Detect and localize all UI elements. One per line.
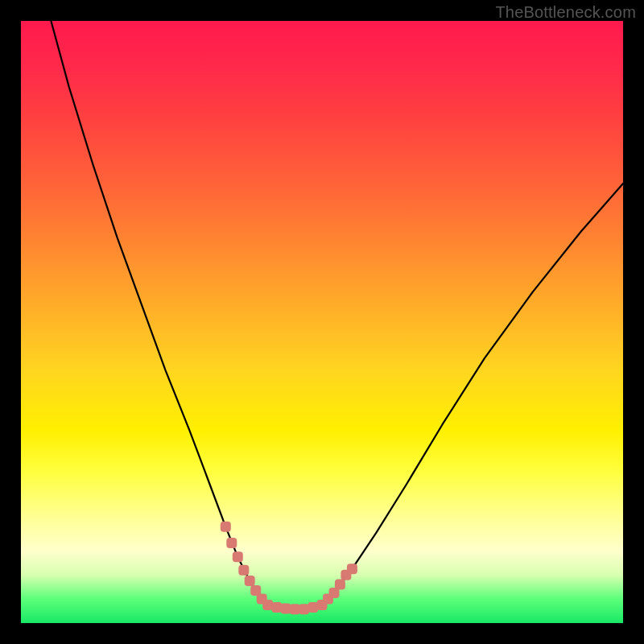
curve-right-curve bbox=[322, 184, 623, 605]
curve-left-curve bbox=[51, 21, 267, 605]
highlight-marker bbox=[290, 604, 300, 614]
chart-area bbox=[21, 21, 623, 623]
plot-svg bbox=[21, 21, 623, 623]
highlight-marker bbox=[221, 522, 231, 532]
watermark-text: TheBottleneck.com bbox=[495, 3, 636, 22]
highlight-marker bbox=[233, 551, 243, 562]
highlight-marker bbox=[347, 564, 357, 574]
highlight-marker bbox=[238, 565, 249, 576]
highlight-marker bbox=[271, 602, 282, 613]
highlight-marker bbox=[226, 538, 237, 548]
highlight-marker bbox=[245, 576, 255, 586]
highlight-marker bbox=[308, 602, 318, 613]
highlight-marker bbox=[335, 580, 345, 590]
highlight-marker bbox=[299, 604, 309, 614]
highlight-marker bbox=[262, 600, 273, 610]
highlight-marker bbox=[281, 604, 291, 614]
